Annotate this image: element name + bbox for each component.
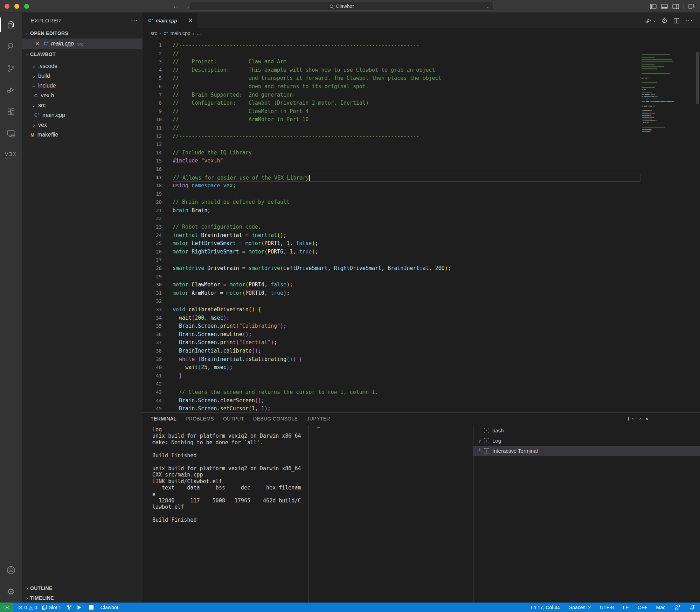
code-line-34[interactable]: 34 wait(200, msec); (143, 314, 700, 322)
code-line-35[interactable]: 35 Brain.Screen.print("Calibrating"); (143, 322, 700, 331)
close-window-button[interactable] (5, 4, 9, 9)
panel-tab-terminal[interactable]: TERMINAL (151, 413, 176, 425)
feedback-icon[interactable] (674, 605, 680, 610)
command-center-search[interactable]: Clawbot ⌄ (190, 2, 493, 11)
chevron-down-icon[interactable]: ⌄ (485, 4, 490, 9)
panel-tab-debug-console[interactable]: DEBUG CONSOLE (253, 413, 298, 425)
panel-tab-problems[interactable]: PROBLEMS (186, 413, 214, 425)
close-panel-icon[interactable]: × (645, 416, 649, 423)
settings-gear-button[interactable]: ⚙ (661, 16, 668, 25)
code-line-42[interactable]: 42 (143, 380, 700, 388)
code-line-25[interactable]: 25motor LeftDriveSmart = motor(PORT1, 1,… (143, 239, 700, 248)
run-debug-button[interactable]: ⌄ (645, 17, 656, 24)
editor-scrollbar[interactable] (696, 52, 699, 104)
breadcrumb-file[interactable]: main.cpp (171, 30, 190, 36)
open-editors-header[interactable]: › OPEN EDITORS (22, 28, 143, 39)
tree-item-build[interactable]: ›build (22, 71, 143, 81)
toggle-panel-icon[interactable] (661, 4, 668, 9)
tree-item-src[interactable]: ›src (22, 100, 143, 110)
activity-extensions[interactable] (0, 101, 22, 123)
code-line-11[interactable]: 11// (143, 124, 700, 132)
tree-item-include[interactable]: ›include (22, 81, 143, 91)
code-line-28[interactable]: 28smartdrive Drivetrain = smartdrive(Lef… (143, 264, 700, 273)
activity-explorer[interactable] (0, 14, 22, 36)
close-icon[interactable]: ✕ (35, 41, 40, 47)
code-line-40[interactable]: 40 wait(25, msec); (143, 363, 700, 372)
close-tab-icon[interactable]: ✕ (188, 18, 193, 24)
code-line-41[interactable]: 41 } (143, 372, 700, 380)
code-line-5[interactable]: 5// and transports it forward. The Clawb… (143, 74, 700, 83)
breadcrumb-symbol[interactable]: ... (197, 30, 201, 36)
activity-account[interactable] (0, 559, 22, 581)
code-line-4[interactable]: 4// Description: This example will show … (143, 66, 700, 75)
code-line-32[interactable]: 32 (143, 297, 700, 306)
code-editor[interactable]: 1//-------------------------------------… (143, 38, 700, 412)
outline-section-header[interactable]: › OUTLINE (22, 583, 143, 593)
code-line-6[interactable]: 6// down and returns to its original spo… (143, 83, 700, 91)
code-line-9[interactable]: 9// ClawMotor in Port 4 (143, 107, 700, 116)
status-lf[interactable]: LF (623, 605, 629, 610)
panel-tab-output[interactable]: OUTPUT (223, 413, 244, 425)
activity-settings[interactable]: ⚙ (0, 581, 22, 603)
code-line-44[interactable]: 44 Brain.Screen.clearScreen(); (143, 397, 700, 405)
terminal-dropdown-icon[interactable]: › (631, 418, 636, 419)
run-program-button[interactable] (77, 605, 82, 610)
code-line-20[interactable]: 20// Brain should be defined by default (143, 198, 700, 207)
status-spaces-2[interactable]: Spaces: 2 (569, 605, 591, 610)
new-terminal-button[interactable]: + (626, 415, 630, 423)
status-mac[interactable]: Mac (656, 605, 665, 610)
tree-item-vexh[interactable]: Cvex.h (22, 91, 143, 100)
code-line-18[interactable]: 18using namespace vex; (143, 182, 700, 190)
interactive-terminal-pane[interactable] (308, 425, 473, 603)
terminal-list-item-interactive-terminal[interactable]: └›Interactive Terminal (473, 446, 700, 456)
terminal-output[interactable]: Logunix build for platform vexiq2 on Dar… (143, 425, 308, 603)
status-utf-8[interactable]: UTF-8 (600, 605, 614, 610)
code-line-39[interactable]: 39 while (BrainInertial.isCalibrating())… (143, 355, 700, 364)
brain-connection-button[interactable] (66, 604, 72, 610)
slot-selector[interactable]: Slot 1 (42, 605, 61, 610)
timeline-section-header[interactable]: › TIMELINE (22, 593, 143, 603)
tree-item-vscode[interactable]: ›.vscode (22, 61, 143, 71)
code-line-8[interactable]: 8// Configuration: Clawbot (Drivetrain 2… (143, 99, 700, 107)
activity-run-debug[interactable] (0, 79, 22, 101)
status-ln-17-col-44[interactable]: Ln 17, Col 44 (531, 605, 560, 610)
tree-item-makefile[interactable]: Mmakefile (22, 130, 143, 140)
code-line-16[interactable]: 16 (143, 165, 700, 174)
notifications-bell-icon[interactable] (689, 605, 695, 610)
split-editor-button[interactable] (673, 18, 680, 24)
code-line-21[interactable]: 21brain Brain; (143, 207, 700, 215)
code-line-22[interactable]: 22 (143, 215, 700, 223)
activity-remote-explorer[interactable] (0, 123, 22, 144)
code-line-38[interactable]: 38 BrainInertial.calibrate(); (143, 347, 700, 355)
activity-vex[interactable]: VƎXROBOTICS (0, 144, 22, 166)
code-line-7[interactable]: 7// Brain Supported: 2nd generation (143, 91, 700, 99)
tree-item-maincpp[interactable]: C+main.cpp (22, 110, 143, 120)
panel-tab-jupyter[interactable]: JUPYTER (307, 413, 330, 425)
code-line-43[interactable]: 43 // Clears the screen and returns the … (143, 388, 700, 397)
terminal-list-item-bash[interactable]: ›bash (473, 425, 700, 436)
project-section-header[interactable]: › CLAWBOT (22, 49, 143, 60)
code-line-13[interactable]: 13 (143, 140, 700, 149)
toggle-sidebar-icon[interactable] (650, 4, 657, 9)
code-line-23[interactable]: 23// Robot configuration code. (143, 223, 700, 231)
terminal-list-item-log[interactable]: ┌›Log (473, 436, 700, 446)
code-line-10[interactable]: 10// ArmMotor in Port 10 (143, 116, 700, 124)
tree-item-vex[interactable]: ›vex (22, 120, 143, 130)
activity-source-control[interactable] (0, 57, 22, 79)
customize-layout-icon[interactable] (688, 4, 694, 9)
remote-indicator[interactable]: >< (0, 603, 13, 612)
minimize-window-button[interactable] (14, 4, 19, 9)
stop-program-button[interactable] (89, 605, 93, 610)
code-line-15[interactable]: 15#include "vex.h" (143, 157, 700, 165)
code-line-26[interactable]: 26motor RightDriveSmart = motor(PORT6, 1… (143, 248, 700, 256)
code-line-30[interactable]: 30motor ClawMotor = motor(PORT4, false); (143, 281, 700, 289)
tab-main-cpp[interactable]: C+ main.cpp ✕ (143, 13, 197, 28)
explorer-more-actions[interactable]: ··· (131, 17, 138, 23)
code-line-1[interactable]: 1//-------------------------------------… (143, 41, 700, 50)
navigate-back-button[interactable]: ← (172, 2, 179, 10)
project-name-status[interactable]: Clawbot (101, 605, 118, 610)
code-line-27[interactable]: 27 (143, 256, 700, 264)
toggle-secondary-sidebar-icon[interactable] (672, 4, 679, 9)
code-line-24[interactable]: 24inertial BrainInertial = inertial(); (143, 231, 700, 240)
code-line-19[interactable]: 19 (143, 190, 700, 199)
